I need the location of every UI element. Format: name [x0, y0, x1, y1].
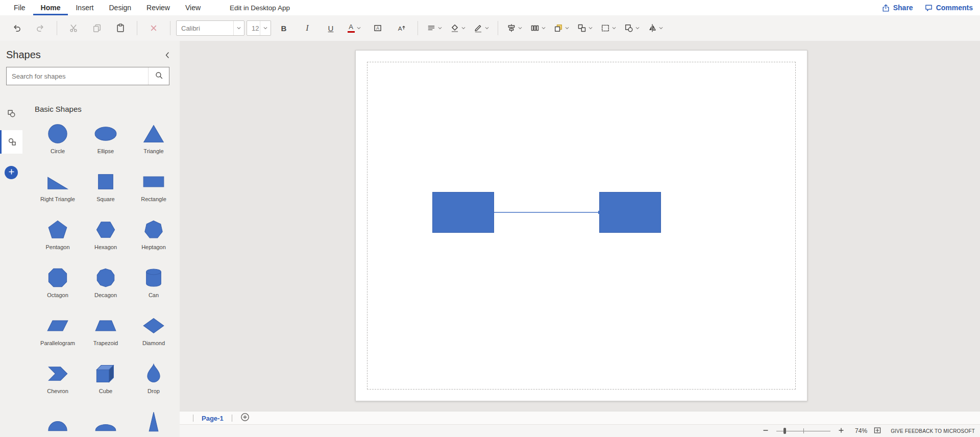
- shape-heptagon[interactable]: Heptagon: [130, 216, 178, 264]
- chevron-down-icon[interactable]: [233, 21, 244, 35]
- collapse-panel-button[interactable]: [163, 51, 172, 59]
- shape-drop[interactable]: Drop: [130, 360, 178, 408]
- stencil-content: Basic Shapes CircleEllipseTriangleRight …: [22, 91, 180, 437]
- page-tab-page-1[interactable]: Page-1: [202, 415, 224, 422]
- shape-decagon[interactable]: Decagon: [82, 264, 130, 312]
- shape-label: Circle: [51, 148, 65, 154]
- shape-right-triangle[interactable]: Right Triangle: [34, 168, 82, 216]
- shape-chevron[interactable]: Chevron: [34, 360, 82, 408]
- menu-tab-design[interactable]: Design: [101, 0, 139, 15]
- canvas-shape-2[interactable]: [599, 192, 661, 233]
- ribbon-container-button[interactable]: [598, 19, 619, 37]
- ribbon-paste-button[interactable]: [110, 19, 131, 37]
- ribbon-bold-button[interactable]: B: [273, 19, 295, 37]
- ribbon-group-divider: [137, 21, 137, 35]
- minus-icon: [763, 427, 769, 435]
- shapes-panel: Shapes Basic Shapes CircleEllipseTriangl…: [0, 41, 180, 437]
- shape-can[interactable]: Can: [130, 264, 178, 312]
- stencil-tab-stencils[interactable]: [0, 102, 22, 125]
- half-ellipse-shape-icon: [94, 408, 117, 435]
- add-stencil-button[interactable]: [5, 166, 18, 179]
- container-icon: [601, 23, 610, 33]
- shape-rectangle[interactable]: Rectangle: [130, 168, 178, 216]
- chevron-down-icon[interactable]: [260, 21, 271, 35]
- shape-label: Decagon: [94, 292, 117, 298]
- menu-tab-review[interactable]: Review: [139, 0, 178, 15]
- diamond-shape-icon: [142, 312, 165, 339]
- shape-triangle[interactable]: Triangle: [130, 120, 178, 168]
- shape-ellipse[interactable]: Ellipse: [82, 120, 130, 168]
- shape-half-ellipse[interactable]: [82, 408, 130, 437]
- fill-icon: [450, 23, 459, 33]
- ribbon-copy-button[interactable]: [86, 19, 108, 37]
- shape-label: Square: [96, 196, 114, 202]
- ribbon-font-family-select[interactable]: Calibri: [176, 20, 244, 36]
- shape-pentagon[interactable]: Pentagon: [34, 216, 82, 264]
- ribbon-grow-font-button[interactable]: A: [390, 19, 412, 37]
- canvas-connector[interactable]: [494, 208, 603, 216]
- fit-page-icon: [873, 426, 881, 436]
- edit-in-desktop-app-button[interactable]: Edit in Desktop App: [230, 0, 290, 15]
- cone-shape-icon: [142, 408, 165, 435]
- ribbon-group-button[interactable]: [574, 19, 596, 37]
- shape-hexagon[interactable]: Hexagon: [82, 216, 130, 264]
- page-tab-bar: Page-1: [180, 411, 980, 425]
- shape-circle[interactable]: Circle: [34, 120, 82, 168]
- menu-tab-home[interactable]: Home: [33, 0, 68, 15]
- bring-forward-icon: [554, 23, 563, 33]
- shape-diamond[interactable]: Diamond: [130, 312, 178, 360]
- ribbon-font-size-select[interactable]: 12: [247, 20, 271, 36]
- zoom-slider-thumb[interactable]: [783, 428, 786, 434]
- shape-label: Ellipse: [97, 148, 114, 154]
- ribbon-flip-button[interactable]: [645, 19, 666, 37]
- ribbon-text-box-button[interactable]: A: [367, 19, 388, 37]
- shape-trapezoid[interactable]: Trapezoid: [82, 312, 130, 360]
- ribbon-fill-color-button[interactable]: [447, 19, 469, 37]
- ribbon-line-color-button[interactable]: [471, 19, 492, 37]
- ribbon-align-objects-button[interactable]: [504, 19, 525, 37]
- ribbon-distribute-button[interactable]: [527, 19, 549, 37]
- status-bar: 74% GIVE FEEDBACK TO MICROSOFT: [180, 424, 980, 437]
- shape-search-input[interactable]: [7, 67, 148, 85]
- ribbon-italic-button[interactable]: I: [297, 19, 318, 37]
- fit-to-window-button[interactable]: [873, 426, 881, 436]
- drawing-page[interactable]: [355, 50, 807, 401]
- shape-square[interactable]: Square: [82, 168, 130, 216]
- ribbon-underline-button[interactable]: U: [320, 19, 341, 37]
- ribbon-redo-button[interactable]: [30, 19, 51, 37]
- ribbon-font-color-button[interactable]: A: [344, 19, 365, 37]
- canvas-shape-1[interactable]: [432, 192, 494, 233]
- menu-tab-insert[interactable]: Insert: [68, 0, 101, 15]
- zoom-level[interactable]: 74%: [852, 427, 867, 434]
- search-icon: [155, 71, 163, 82]
- zoom-out-button[interactable]: [761, 426, 770, 435]
- shape-parallelogram[interactable]: Parallelogram: [34, 312, 82, 360]
- search-button[interactable]: [148, 67, 169, 85]
- ribbon-shape-operations-button[interactable]: [621, 19, 643, 37]
- shape-cube[interactable]: Cube: [82, 360, 130, 408]
- share-button[interactable]: Share: [881, 4, 913, 12]
- stencil-section-title: Basic Shapes: [35, 105, 180, 113]
- comments-button[interactable]: Comments: [924, 4, 973, 12]
- ribbon-delete-button[interactable]: [143, 19, 164, 37]
- ribbon-text-align-button[interactable]: [424, 19, 445, 37]
- canvas-area[interactable]: [180, 41, 980, 411]
- plus-icon: [838, 427, 844, 435]
- ribbon-cut-button[interactable]: [63, 19, 84, 37]
- add-page-button[interactable]: [240, 412, 250, 424]
- zoom-in-button[interactable]: [837, 426, 846, 435]
- zoom-slider[interactable]: [776, 427, 830, 434]
- ribbon-bring-forward-button[interactable]: [551, 19, 572, 37]
- shape-octagon[interactable]: Octagon: [34, 264, 82, 312]
- copy-icon: [92, 23, 102, 33]
- shape-dome[interactable]: [34, 408, 82, 437]
- give-feedback-link[interactable]: GIVE FEEDBACK TO MICROSOFT: [891, 428, 975, 434]
- ribbon-undo-button[interactable]: [6, 19, 28, 37]
- stencil-tab-more-shapes[interactable]: [0, 130, 22, 154]
- plus-icon: [8, 168, 15, 177]
- menu-tab-view[interactable]: View: [178, 0, 208, 15]
- chevron-down-icon: [565, 26, 570, 31]
- shape-cone[interactable]: [130, 408, 178, 437]
- cut-icon: [69, 23, 78, 33]
- menu-tab-file[interactable]: File: [6, 0, 33, 15]
